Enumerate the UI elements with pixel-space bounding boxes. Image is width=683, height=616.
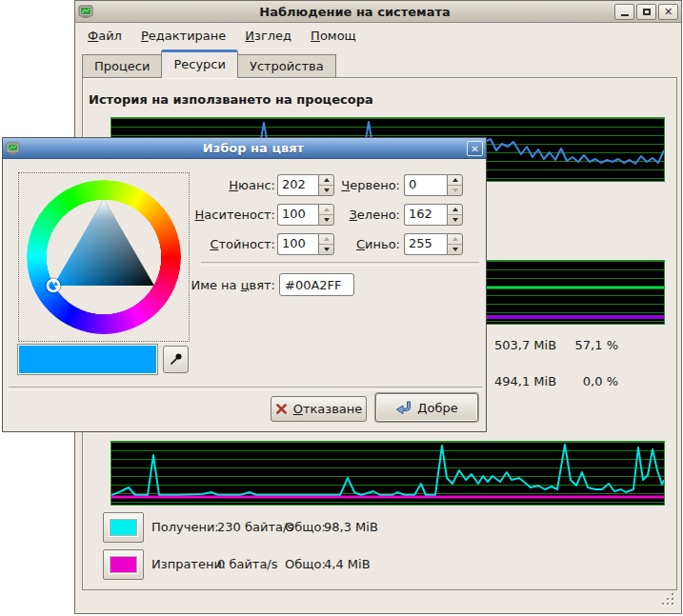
cancel-x-icon (275, 403, 288, 415)
received-color-button[interactable] (103, 512, 144, 543)
system-monitor-icon (6, 141, 20, 155)
tab-bar: Процеси Ресурси Устройства (82, 50, 335, 78)
sent-total-label: Общо: (285, 557, 326, 571)
maximize-icon (643, 9, 651, 15)
selected-color-preview (18, 345, 157, 374)
close-icon: ✕ (664, 6, 673, 18)
minimize-icon (621, 14, 629, 16)
menu-file[interactable]: Файл (88, 29, 122, 43)
received-color-swatch (109, 518, 138, 537)
sent-color-swatch (109, 555, 138, 574)
color-name-input[interactable] (279, 273, 354, 296)
value-label: Стойност: (180, 237, 275, 251)
fields-separator (201, 262, 479, 266)
menu-view[interactable]: Изглед (245, 29, 291, 43)
action-area-separator (9, 387, 482, 390)
saturation-label: Наситеност: (180, 208, 275, 222)
sent-label: Изпратени: (151, 557, 226, 571)
minimize-button[interactable] (614, 4, 634, 20)
red-label: Червено: (317, 178, 400, 192)
received-label: Получени: (151, 520, 219, 534)
green-label: Зелено: (317, 208, 400, 222)
saturation-value-triangle[interactable] (27, 180, 181, 334)
blue-label: Синьо: (317, 237, 400, 251)
sent-total: 4,4 MiB (324, 557, 371, 571)
maximize-button[interactable] (636, 4, 656, 20)
saturation-value[interactable]: 100 (277, 204, 318, 226)
cancel-label: Отказване (293, 402, 363, 416)
blue-value[interactable]: 255 (404, 233, 447, 255)
enter-arrow-icon (395, 401, 412, 415)
red-spinner: 0 (404, 174, 463, 196)
value-value[interactable]: 100 (277, 233, 318, 255)
blue-down-button[interactable] (448, 245, 462, 254)
eyedropper-button[interactable] (163, 346, 189, 373)
sent-color-button[interactable] (103, 549, 144, 580)
menu-edit[interactable]: Редактиране (141, 29, 226, 43)
received-total-label: Общо: (285, 520, 326, 534)
blue-spinner: 255 (404, 233, 463, 255)
cancel-button[interactable]: Отказване (271, 396, 367, 422)
hue-value[interactable]: 202 (277, 174, 318, 196)
dialog-title: Избор на цвят (24, 141, 483, 155)
color-name-label: Име на цвят: (180, 278, 275, 292)
main-window-title: Наблюдение на системата (97, 5, 613, 19)
tab-processes[interactable]: Процеси (82, 54, 162, 78)
main-titlebar[interactable]: Наблюдение на системата ✕ (75, 1, 681, 23)
received-rate: 230 байта/s (217, 520, 293, 534)
cpu-history-title: История на използването на процесора (89, 92, 373, 107)
ok-label: Добре (417, 401, 457, 415)
desktop: Наблюдение на системата ✕ Файл Редактира… (0, 0, 683, 616)
memory-used-percent: 57,1 % (513, 338, 618, 352)
menubar: Файл Редактиране Изглед Помощ (76, 24, 680, 48)
green-value[interactable]: 162 (404, 204, 447, 226)
ok-button[interactable]: Добре (375, 393, 478, 422)
red-up-button[interactable] (448, 175, 462, 186)
system-monitor-icon (78, 4, 93, 19)
red-down-button[interactable] (448, 186, 462, 195)
sent-rate: 0 байта/s (217, 557, 278, 571)
eyedropper-icon (169, 352, 183, 367)
network-history-chart (110, 441, 665, 506)
menu-help[interactable]: Помощ (311, 29, 356, 43)
swap-used-percent: 0,0 % (513, 374, 618, 388)
close-icon: ✕ (471, 144, 478, 154)
color-picker-dialog: Избор на цвят ✕ (2, 137, 487, 432)
blue-up-button[interactable] (448, 234, 462, 245)
received-total: 98,3 MiB (324, 520, 378, 534)
green-up-button[interactable] (448, 205, 462, 215)
resize-grip-icon[interactable] (660, 593, 673, 606)
red-value[interactable]: 0 (404, 174, 447, 196)
tab-devices[interactable]: Устройства (237, 54, 336, 78)
close-button[interactable]: ✕ (658, 4, 678, 20)
green-spinner: 162 (404, 204, 463, 226)
green-down-button[interactable] (448, 215, 462, 225)
dialog-close-button[interactable]: ✕ (467, 141, 483, 156)
hue-label: Нюанс: (180, 178, 275, 192)
color-wheel-area (18, 172, 190, 342)
tab-resources[interactable]: Ресурси (161, 50, 238, 78)
dialog-titlebar[interactable]: Избор на цвят ✕ (3, 138, 486, 159)
